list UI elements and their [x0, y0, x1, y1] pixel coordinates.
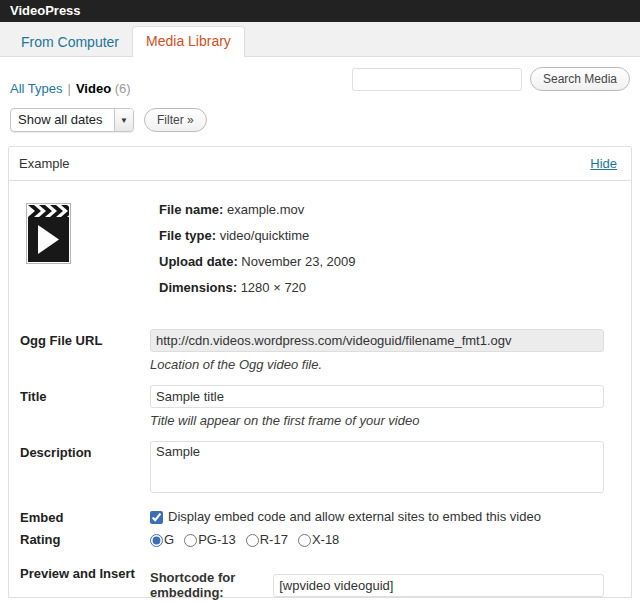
tab-media-library[interactable]: Media Library: [132, 26, 245, 57]
media-item-body: File name: example.mov File type: video/…: [9, 181, 631, 603]
rating-radio-r17-label: R-17: [260, 532, 288, 547]
embed-checkbox[interactable]: [150, 511, 163, 524]
media-summary: File name: example.mov File type: video/…: [20, 197, 617, 301]
rating-radio-pg13-label: PG-13: [198, 532, 236, 547]
search-form: Search Media: [352, 67, 630, 91]
rating-radio-g-label: G: [164, 532, 174, 547]
search-input[interactable]: [352, 68, 522, 91]
shortcode-label: Shortcode for embedding:: [150, 570, 267, 600]
filter-all-types-link[interactable]: All Types: [10, 81, 63, 96]
embed-label: Embed: [20, 509, 150, 526]
media-type-filters: All Types|Video (6): [10, 81, 131, 96]
hide-link[interactable]: Hide: [590, 156, 617, 171]
rating-radio-x18[interactable]: [298, 534, 311, 547]
rating-radio-g[interactable]: [150, 534, 163, 547]
tab-strip: From Computer Media Library: [0, 22, 640, 57]
ogg-url-help: Location of the Ogg video file.: [150, 357, 604, 372]
media-item-title: Example: [19, 156, 70, 171]
video-clapperboard-play-icon: [26, 203, 71, 264]
embed-row: Embed Display embed code and allow exter…: [20, 509, 617, 526]
file-details: File name: example.mov File type: video/…: [159, 197, 356, 301]
media-item-panel: Example Hide File name: example.mov: [8, 146, 632, 598]
media-item-header: Example Hide: [9, 147, 631, 181]
date-filter-row: Show all dates ▼ Filter »: [0, 96, 640, 132]
filter-type-count: (6): [115, 81, 131, 96]
filter-button[interactable]: Filter »: [144, 108, 207, 132]
dates-select-value: Show all dates: [11, 109, 114, 131]
description-row: Description Sample: [20, 441, 617, 496]
upload-date-line: Upload date: November 23, 2009: [159, 249, 356, 275]
title-input[interactable]: [150, 385, 604, 408]
rating-radio-r17[interactable]: [246, 534, 259, 547]
chevron-down-icon: ▼: [114, 109, 133, 131]
dimensions-line: Dimensions: 1280 × 720: [159, 275, 356, 301]
shortcode-input[interactable]: [273, 574, 604, 597]
description-label: Description: [20, 441, 150, 496]
rating-row: Rating G PG-13 R-17 X-18: [20, 531, 617, 548]
ogg-url-label: Ogg File URL: [20, 329, 150, 372]
tab-from-computer[interactable]: From Computer: [8, 28, 132, 56]
embed-checkbox-label: Display embed code and allow external si…: [168, 509, 541, 524]
preview-insert-row: Preview and Insert Shortcode for embeddi…: [20, 562, 617, 603]
title-label: Title: [20, 385, 150, 428]
rating-label: Rating: [20, 531, 150, 548]
title-row: Title Title will appear on the first fra…: [20, 385, 617, 428]
toolbar: All Types|Video (6) Search Media: [0, 57, 640, 96]
filter-current-type: Video: [76, 81, 111, 96]
filter-separator: |: [68, 81, 71, 96]
file-type-line: File type: video/quicktime: [159, 223, 356, 249]
rating-radio-pg13[interactable]: [184, 534, 197, 547]
preview-insert-label: Preview and Insert: [20, 562, 150, 603]
description-textarea[interactable]: Sample: [150, 441, 604, 493]
rating-radio-x18-label: X-18: [312, 532, 339, 547]
ogg-url-row: Ogg File URL Location of the Ogg video f…: [20, 329, 617, 372]
app-title: VideoPress: [10, 3, 81, 18]
ogg-url-input[interactable]: [150, 329, 604, 352]
file-name-line: File name: example.mov: [159, 197, 356, 223]
title-help: Title will appear on the first frame of …: [150, 413, 604, 428]
admin-bar: VideoPress: [0, 0, 640, 22]
dates-select[interactable]: Show all dates ▼: [10, 108, 134, 132]
search-media-button[interactable]: Search Media: [530, 67, 630, 91]
